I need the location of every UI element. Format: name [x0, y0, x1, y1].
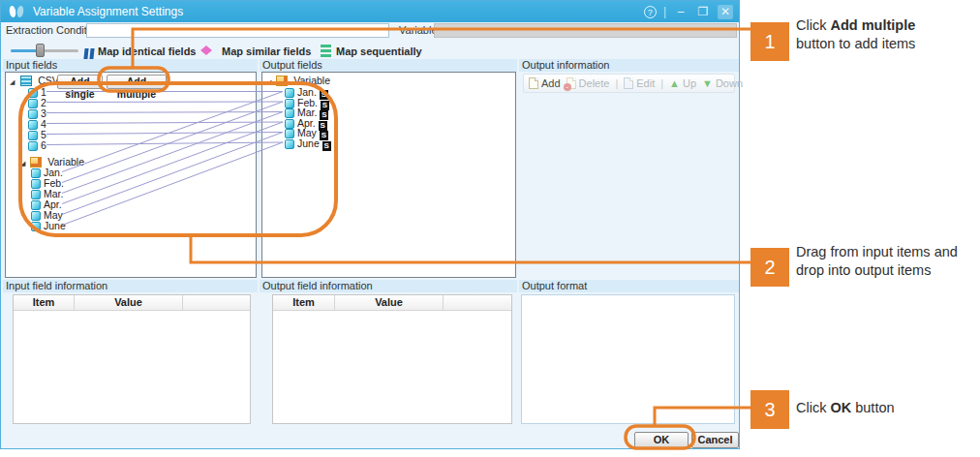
- input-tree[interactable]: ◢ CSV: Add single Add multiple ◢ Variabl…: [5, 72, 257, 278]
- tree-item-label: 6: [41, 139, 46, 151]
- field-icon: [31, 211, 41, 221]
- field-icon: [28, 88, 38, 98]
- tree-expander-icon[interactable]: ◢: [266, 78, 271, 85]
- delete-icon: -: [567, 77, 576, 89]
- move-down-button: ▼ Down: [702, 77, 743, 89]
- toolbar-divider: |: [660, 77, 663, 89]
- maximize-icon[interactable]: ❐: [695, 5, 711, 19]
- input-field-info-table[interactable]: Item Value: [13, 294, 251, 424]
- close-icon[interactable]: ✕: [718, 5, 733, 19]
- field-icon: [285, 99, 294, 108]
- annotation-3-badge: 3: [750, 390, 789, 429]
- field-icon: [31, 168, 41, 178]
- slider-fill: [11, 49, 38, 52]
- annotation-2-text: Drag from input items and drop into outp…: [796, 243, 958, 280]
- title-bar[interactable]: Variable Assignment Settings ? | – ❐ ✕: [1, 1, 739, 22]
- field-icon: [28, 141, 38, 151]
- map-sequential-button[interactable]: Map sequentially: [336, 46, 422, 57]
- output-format-header: Output format: [519, 280, 739, 292]
- tree-item[interactable]: June: [31, 221, 66, 231]
- field-icon: [28, 120, 38, 130]
- tree-item[interactable]: 6: [28, 140, 46, 151]
- tree-item-label: June: [297, 137, 320, 149]
- map-sequential-icon: [321, 45, 331, 59]
- field-icon: [28, 131, 38, 140]
- variable-icon: [30, 157, 42, 168]
- edit-icon: [624, 77, 633, 89]
- add-multiple-button[interactable]: Add multiple: [107, 75, 167, 89]
- variable-assignment-dialog: Variable Assignment Settings ? | – ❐ ✕ E…: [0, 0, 740, 449]
- map-similar-button[interactable]: Map similar fields: [222, 46, 311, 57]
- window-title: Variable Assignment Settings: [33, 5, 183, 18]
- edit-row-button: Edit: [624, 77, 655, 89]
- output-format-box[interactable]: [521, 294, 735, 424]
- column-header: Value: [75, 295, 183, 310]
- tree-item-label: June: [44, 220, 66, 231]
- controls-divider: |: [663, 5, 666, 18]
- output-root-label: Variable: [293, 75, 330, 86]
- annotation-2-badge: 2: [750, 248, 789, 287]
- add-icon: [529, 77, 538, 89]
- output-tree[interactable]: ◢ Variable Jan.SFeb.SMar.SApr.SMaySJuneS: [261, 72, 516, 278]
- output-information-toolbar: Add - Delete | Edit | ▲ Up ▼ Down: [523, 74, 735, 93]
- delete-row-button: - Delete: [567, 77, 610, 89]
- field-icon: [285, 88, 294, 98]
- column-header: [183, 295, 250, 310]
- field-icon: [31, 200, 41, 210]
- field-icon: [28, 109, 38, 119]
- annotation-1-badge: 1: [750, 22, 789, 61]
- field-icon: [28, 99, 38, 108]
- add-single-button[interactable]: Add single: [57, 75, 103, 89]
- help-icon[interactable]: ?: [644, 6, 657, 18]
- match-level-slider[interactable]: [11, 49, 78, 52]
- tree-expander-icon[interactable]: ◢: [20, 160, 25, 167]
- minimize-icon[interactable]: –: [673, 5, 689, 19]
- output-fields-header: Output fields: [260, 59, 517, 72]
- slider-thumb[interactable]: [36, 44, 45, 57]
- annotation-3-text: Click OK button: [796, 399, 895, 417]
- variable-input: [434, 23, 737, 38]
- field-icon: [285, 139, 294, 149]
- input-fields-header: Input fields: [3, 59, 258, 72]
- tree-item[interactable]: JuneS: [285, 138, 331, 149]
- field-icon: [285, 129, 294, 138]
- cancel-button[interactable]: Cancel: [691, 432, 739, 448]
- column-header: [444, 295, 511, 310]
- down-arrow-icon: ▼: [702, 78, 713, 89]
- map-identical-button[interactable]: Map identical fields: [98, 46, 196, 57]
- add-row-button[interactable]: Add: [529, 77, 561, 89]
- variable-icon: [276, 76, 288, 86]
- field-icon: [285, 119, 294, 129]
- field-icon: [31, 222, 41, 231]
- toolbar-divider: |: [615, 77, 618, 89]
- input-field-info-header: Input field information: [3, 280, 258, 292]
- field-icon: [285, 108, 294, 118]
- extraction-condition-input[interactable]: [86, 23, 389, 38]
- column-header: Value: [335, 295, 444, 310]
- string-type-badge: S: [322, 141, 331, 151]
- up-arrow-icon: ▲: [669, 78, 680, 89]
- csv-icon: [20, 76, 32, 86]
- annotation-1-text: Click Add multiple button to add items: [796, 16, 915, 53]
- field-icon: [31, 179, 41, 189]
- column-header: Item: [14, 295, 75, 310]
- output-field-info-header: Output field information: [260, 280, 517, 292]
- output-field-info-table[interactable]: Item Value: [272, 294, 512, 424]
- app-icon: [8, 4, 27, 19]
- ok-button[interactable]: OK: [634, 432, 689, 448]
- field-icon: [31, 190, 41, 199]
- move-up-button: ▲ Up: [669, 77, 696, 89]
- column-header: Item: [273, 295, 335, 310]
- tree-expander-icon[interactable]: ◢: [10, 78, 15, 85]
- output-information-header: Output information: [519, 59, 739, 72]
